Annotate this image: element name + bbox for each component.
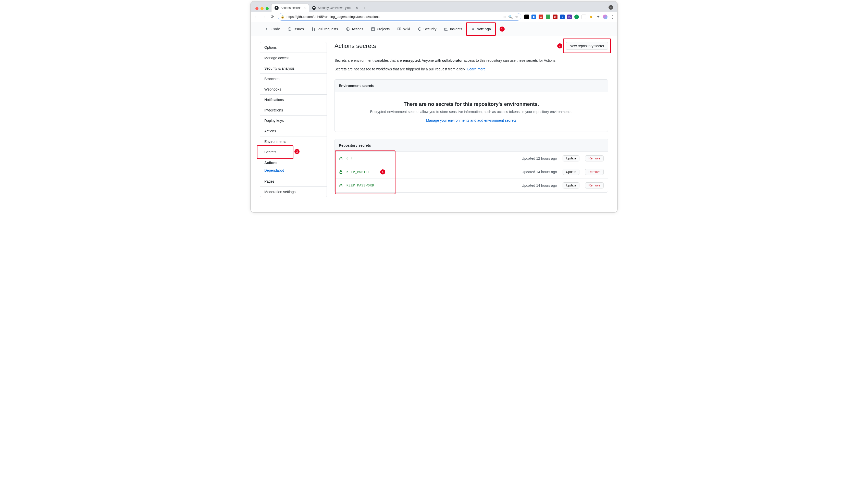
sidebar-item-webhooks[interactable]: Webhooks — [260, 84, 327, 95]
sidebar-sub-actions[interactable]: Actions — [260, 157, 327, 167]
browser-tab-active[interactable]: Actions secrets × — [271, 3, 309, 12]
sidebar-item-moderation[interactable]: Moderation settings — [260, 187, 327, 197]
annotation-badge-1: 1 — [499, 27, 505, 32]
close-tab-icon[interactable]: × — [356, 6, 358, 10]
sidebar-item-options[interactable]: Options — [260, 42, 327, 53]
close-window-icon[interactable] — [255, 7, 258, 10]
tab-label: Wiki — [403, 27, 410, 31]
address-bar[interactable]: 🔒 https://github.com/phh95/running_page/… — [278, 13, 521, 21]
sidebar-sub-dependabot[interactable]: Dependabot — [260, 167, 327, 176]
tab-strip: Actions secrets × Security Overview · yi… — [251, 1, 617, 12]
content-area: Actions secrets 3 New repository secret … — [334, 42, 608, 197]
extension-icons: ◐ 15 16 0 IA ✓ 🐱 ✦ ⋮ — [524, 14, 614, 20]
remove-button[interactable]: Remove — [585, 182, 604, 189]
profile-icon[interactable]: ▾ — [609, 5, 613, 10]
update-button[interactable]: Update — [562, 155, 579, 161]
browser-menu-icon[interactable]: ⋮ — [610, 14, 614, 20]
secret-updated: Updated 14 hours ago — [522, 183, 557, 188]
new-tab-button[interactable]: + — [361, 6, 369, 12]
settings-sidebar: Options Manage access Security & analysi… — [260, 42, 327, 197]
minimize-window-icon[interactable] — [260, 7, 264, 10]
maximize-window-icon[interactable] — [266, 7, 269, 10]
lock-icon: 🔒 — [281, 15, 285, 19]
avatar-icon[interactable] — [603, 14, 608, 19]
secret-name: KEEP_PASSWORD — [347, 183, 374, 187]
extension-icon[interactable]: 15 — [539, 14, 543, 19]
svg-point-1 — [289, 29, 290, 29]
svg-point-3 — [312, 30, 313, 31]
extension-icon[interactable] — [581, 14, 586, 19]
zoom-icon[interactable]: 🔍 — [508, 15, 513, 19]
learn-more-link[interactable]: Learn more — [467, 67, 486, 71]
secret-name: G_T — [347, 156, 353, 160]
tab-wiki[interactable]: Wiki — [394, 25, 413, 33]
extension-icon[interactable]: IA — [567, 14, 572, 19]
extension-icon[interactable]: 0 — [560, 14, 565, 19]
extension-icon[interactable]: 16 — [553, 14, 558, 19]
play-icon — [346, 27, 350, 31]
tab-label: Issues — [293, 27, 303, 31]
sidebar-item-pages[interactable]: Pages — [260, 176, 327, 187]
qr-icon[interactable]: ⊞ — [503, 15, 506, 19]
repo-navigation: Code Issues Pull requests Actions Projec… — [251, 22, 617, 36]
tab-label: Code — [271, 27, 280, 31]
graph-icon — [444, 27, 448, 31]
sidebar-item-branches[interactable]: Branches — [260, 74, 327, 84]
back-button[interactable]: ← — [254, 14, 258, 19]
close-tab-icon[interactable]: × — [303, 6, 306, 10]
tab-label: Settings — [477, 27, 491, 31]
sidebar-item-actions[interactable]: Actions — [260, 126, 327, 136]
tab-code[interactable]: Code — [262, 25, 283, 33]
extension-icon[interactable]: ◐ — [531, 14, 536, 19]
tab-issues[interactable]: Issues — [285, 25, 307, 33]
extensions-menu-icon[interactable]: ✦ — [596, 14, 600, 19]
bookmark-icon[interactable]: ☆ — [515, 15, 518, 19]
empty-title: There are no secrets for this repository… — [342, 101, 600, 107]
secret-row: KEEP_MOBILE 4 Updated 14 hours ago Updat… — [335, 165, 608, 179]
sidebar-item-secrets[interactable]: Secrets 2 — [260, 147, 327, 157]
remove-button[interactable]: Remove — [585, 169, 604, 175]
tab-insights[interactable]: Insights — [441, 25, 465, 33]
sidebar-item-notifications[interactable]: Notifications — [260, 95, 327, 105]
panel-heading: Repository secrets — [335, 139, 608, 152]
extension-icon[interactable] — [546, 14, 550, 19]
tab-projects[interactable]: Projects — [368, 25, 393, 33]
sidebar-item-security-analysis[interactable]: Security & analysis — [260, 63, 327, 74]
annotation-badge-3: 3 — [557, 43, 562, 49]
secret-row: KEEP_PASSWORD Updated 14 hours ago Updat… — [335, 179, 608, 192]
heading-row: Actions secrets 3 New repository secret — [334, 42, 608, 50]
sidebar-item-manage-access[interactable]: Manage access — [260, 53, 327, 63]
tab-actions[interactable]: Actions — [343, 25, 366, 33]
github-favicon-icon — [275, 6, 279, 10]
project-icon — [371, 27, 375, 31]
sidebar-item-integrations[interactable]: Integrations — [260, 105, 327, 116]
page-title: Actions secrets — [334, 42, 376, 50]
new-repository-secret-button[interactable]: New repository secret — [566, 42, 608, 50]
book-icon — [397, 27, 401, 31]
manage-environments-link[interactable]: Manage your environments and add environ… — [426, 118, 516, 123]
tab-title: Actions secrets — [281, 6, 301, 10]
extension-icon[interactable]: 🐱 — [589, 14, 593, 19]
svg-rect-9 — [340, 172, 342, 174]
remove-button[interactable]: Remove — [585, 155, 604, 161]
forward-button: → — [261, 14, 267, 19]
reload-button[interactable]: ⟳ — [270, 14, 275, 19]
secret-row: G_T Updated 12 hours ago Update Remove — [335, 152, 608, 165]
tab-settings[interactable]: Settings — [468, 25, 494, 33]
github-favicon-icon — [312, 6, 316, 10]
svg-point-2 — [312, 28, 313, 29]
window-controls[interactable] — [254, 7, 271, 12]
sidebar-item-environments[interactable]: Environments — [260, 136, 327, 147]
repository-secrets-panel: Repository secrets G_T Updated 12 hours … — [334, 139, 608, 192]
update-button[interactable]: Update — [562, 182, 579, 189]
update-button[interactable]: Update — [562, 169, 579, 175]
extension-icon[interactable] — [524, 14, 529, 19]
tab-security[interactable]: Security — [415, 25, 440, 33]
secret-name: KEEP_MOBILE — [347, 170, 370, 174]
extension-icon[interactable]: ✓ — [574, 14, 579, 19]
panel-body: There are no secrets for this repository… — [335, 92, 608, 132]
tab-pull-requests[interactable]: Pull requests — [309, 25, 341, 33]
sidebar-item-deploy-keys[interactable]: Deploy keys — [260, 116, 327, 126]
description-line-2: Secrets are not passed to workflows that… — [334, 66, 608, 72]
browser-tab[interactable]: Security Overview · yihong061 × — [309, 3, 361, 12]
